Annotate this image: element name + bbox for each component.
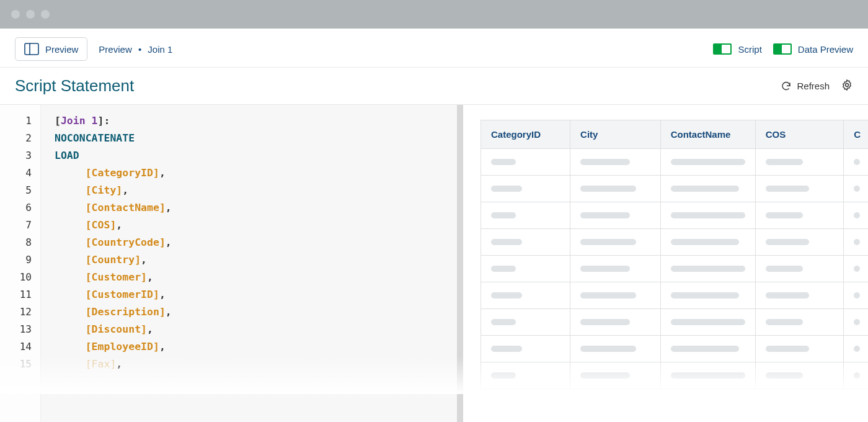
placeholder-bar: [580, 159, 630, 165]
placeholder-bar: [491, 346, 522, 352]
table-cell: [755, 202, 843, 229]
line-number: 2: [0, 130, 40, 147]
toggle-script-switch[interactable]: [713, 43, 732, 55]
placeholder-bar: [580, 372, 630, 379]
table-cell: [660, 149, 755, 176]
line-number: 6: [0, 199, 40, 217]
toggle-script[interactable]: Script: [713, 43, 761, 55]
line-number: 7: [0, 217, 40, 234]
placeholder-bar: [491, 186, 522, 192]
placeholder-bar: [766, 346, 809, 352]
preview-button[interactable]: Preview: [15, 37, 87, 61]
table-cell: [755, 176, 843, 202]
editor-code[interactable]: [Join 1]:NOCONCATENATELOAD [CategoryID],…: [41, 105, 463, 422]
placeholder-bar: [671, 159, 745, 165]
placeholder-bar: [766, 186, 809, 192]
placeholder-bar: [766, 372, 803, 379]
code-line: LOAD: [55, 147, 463, 164]
placeholder-bar: [671, 266, 745, 272]
placeholder-bar: [671, 292, 739, 299]
placeholder-bar: [766, 319, 803, 325]
placeholder-bar: [854, 186, 860, 192]
table-cell: [844, 149, 868, 176]
table-cell: [570, 176, 661, 202]
code-line: [Join 1]:: [55, 112, 463, 130]
table-row[interactable]: [481, 282, 869, 309]
table-cell: [570, 282, 661, 309]
code-line: [ContactName],: [55, 199, 463, 217]
table-cell: [844, 362, 868, 389]
editor-scrollbar[interactable]: [457, 105, 463, 422]
toggle-data-preview-switch[interactable]: [773, 43, 792, 55]
column-header[interactable]: ContactName: [660, 120, 755, 149]
table-cell: [570, 149, 661, 176]
table-cell: [481, 229, 570, 256]
placeholder-bar: [671, 212, 745, 218]
placeholder-bar: [671, 319, 745, 325]
table-cell: [660, 229, 755, 256]
code-line: NOCONCATENATE: [55, 130, 463, 147]
code-line: [Fax],: [55, 356, 463, 373]
placeholder-bar: [491, 292, 522, 299]
line-number: 13: [0, 321, 40, 338]
window-titlebar: [0, 0, 868, 29]
placeholder-bar: [580, 319, 630, 325]
preview-button-label: Preview: [45, 44, 78, 55]
table-cell: [755, 336, 843, 362]
table-row[interactable]: [481, 309, 869, 336]
column-header[interactable]: City: [570, 120, 661, 149]
placeholder-bar: [491, 159, 516, 165]
table-cell: [660, 282, 755, 309]
table-row[interactable]: [481, 229, 869, 256]
breadcrumb: Preview • Join 1: [99, 44, 172, 55]
line-number: 5: [0, 182, 40, 199]
table-row[interactable]: [481, 336, 869, 362]
code-line: [Country],: [55, 251, 463, 269]
table-cell: [755, 256, 843, 282]
panel-split-icon: [24, 43, 39, 55]
code-line: [City],: [55, 182, 463, 199]
table-cell: [844, 336, 868, 362]
breadcrumb-leaf[interactable]: Join 1: [148, 44, 172, 55]
table-row[interactable]: [481, 176, 869, 202]
data-preview-pane: CategoryIDCityContactNameCOSC: [463, 105, 868, 422]
code-line: [CustomerID],: [55, 286, 463, 303]
refresh-icon: [781, 81, 792, 92]
placeholder-bar: [766, 266, 803, 272]
table-cell: [755, 149, 843, 176]
table-cell: [660, 362, 755, 389]
breadcrumb-root[interactable]: Preview: [99, 44, 131, 55]
traffic-light-zoom[interactable]: [41, 10, 50, 19]
placeholder-bar: [580, 186, 636, 192]
line-number: 4: [0, 164, 40, 182]
table-row[interactable]: [481, 362, 869, 389]
script-editor[interactable]: 123456789101112131415 [Join 1]:NOCONCATE…: [0, 105, 463, 422]
refresh-label: Refresh: [797, 81, 830, 91]
table-row[interactable]: [481, 202, 869, 229]
traffic-light-minimize[interactable]: [26, 10, 35, 19]
table-cell: [660, 309, 755, 336]
placeholder-bar: [854, 239, 860, 245]
placeholder-bar: [854, 212, 860, 218]
column-header[interactable]: CategoryID: [481, 120, 570, 149]
toggle-data-preview[interactable]: Data Preview: [773, 43, 853, 55]
table-cell: [755, 362, 843, 389]
placeholder-bar: [671, 186, 739, 192]
table-row[interactable]: [481, 256, 869, 282]
placeholder-bar: [766, 212, 803, 218]
traffic-light-close[interactable]: [11, 10, 20, 19]
column-header[interactable]: COS: [755, 120, 843, 149]
table-cell: [844, 202, 868, 229]
settings-button[interactable]: [841, 79, 853, 94]
table-cell: [844, 176, 868, 202]
placeholder-bar: [491, 319, 516, 325]
placeholder-bar: [766, 292, 809, 299]
placeholder-bar: [491, 372, 516, 379]
table-cell: [570, 336, 661, 362]
refresh-button[interactable]: Refresh: [781, 81, 830, 92]
column-header[interactable]: C: [844, 120, 868, 149]
table-cell: [570, 202, 661, 229]
table-row[interactable]: [481, 149, 869, 176]
code-line: [Discount],: [55, 321, 463, 338]
line-number: 10: [0, 269, 40, 286]
